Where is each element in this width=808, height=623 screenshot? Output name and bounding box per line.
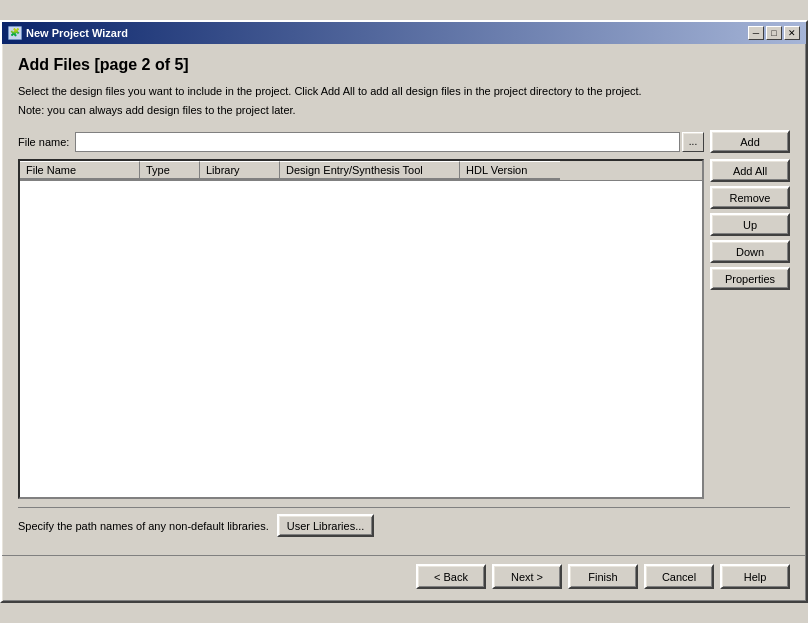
bottom-bar: Specify the path names of any non-defaul… (18, 507, 790, 541)
footer: < Back Next > Finish Cancel Help (2, 555, 806, 601)
window-icon: 🧩 (8, 26, 22, 40)
title-bar-buttons: ─ □ ✕ (748, 26, 800, 40)
main-area: File Name Type Library Design Entry/Synt… (18, 159, 790, 499)
next-button[interactable]: Next > (492, 564, 562, 589)
up-button[interactable]: Up (710, 213, 790, 236)
user-libraries-button[interactable]: User Libraries... (277, 514, 375, 537)
down-button[interactable]: Down (710, 240, 790, 263)
col-design-entry: Design Entry/Synthesis Tool (280, 161, 460, 180)
properties-button[interactable]: Properties (710, 267, 790, 290)
finish-button[interactable]: Finish (568, 564, 638, 589)
add-all-button[interactable]: Add All (710, 159, 790, 182)
col-filename: File Name (20, 161, 140, 180)
back-button[interactable]: < Back (416, 564, 486, 589)
window-title: New Project Wizard (26, 27, 128, 39)
help-button[interactable]: Help (720, 564, 790, 589)
col-type: Type (140, 161, 200, 180)
table-header: File Name Type Library Design Entry/Synt… (20, 161, 702, 181)
main-window: 🧩 New Project Wizard ─ □ ✕ Add Files [pa… (0, 20, 808, 604)
browse-button[interactable]: ... (682, 132, 704, 152)
cancel-button[interactable]: Cancel (644, 564, 714, 589)
file-name-input[interactable] (75, 132, 680, 152)
col-hdl-version: HDL Version (460, 161, 560, 180)
table-body (20, 181, 702, 491)
content-area: Add Files [page 2 of 5] Select the desig… (2, 44, 806, 554)
page-title: Add Files [page 2 of 5] (18, 56, 790, 74)
remove-button[interactable]: Remove (710, 186, 790, 209)
close-button[interactable]: ✕ (784, 26, 800, 40)
title-bar: 🧩 New Project Wizard ─ □ ✕ (2, 22, 806, 44)
minimize-button[interactable]: ─ (748, 26, 764, 40)
description-line1: Select the design files you want to incl… (18, 84, 790, 99)
title-bar-left: 🧩 New Project Wizard (8, 26, 128, 40)
files-table[interactable]: File Name Type Library Design Entry/Synt… (18, 159, 704, 499)
button-panel: Add All Remove Up Down Properties (710, 159, 790, 499)
file-name-input-wrapper: ... (75, 132, 704, 152)
file-name-label: File name: (18, 136, 69, 148)
library-text: Specify the path names of any non-defaul… (18, 520, 269, 532)
maximize-button[interactable]: □ (766, 26, 782, 40)
description-line2: Note: you can always add design files to… (18, 103, 790, 118)
add-button[interactable]: Add (710, 130, 790, 153)
file-name-row: File name: ... Add (18, 130, 790, 153)
col-library: Library (200, 161, 280, 180)
